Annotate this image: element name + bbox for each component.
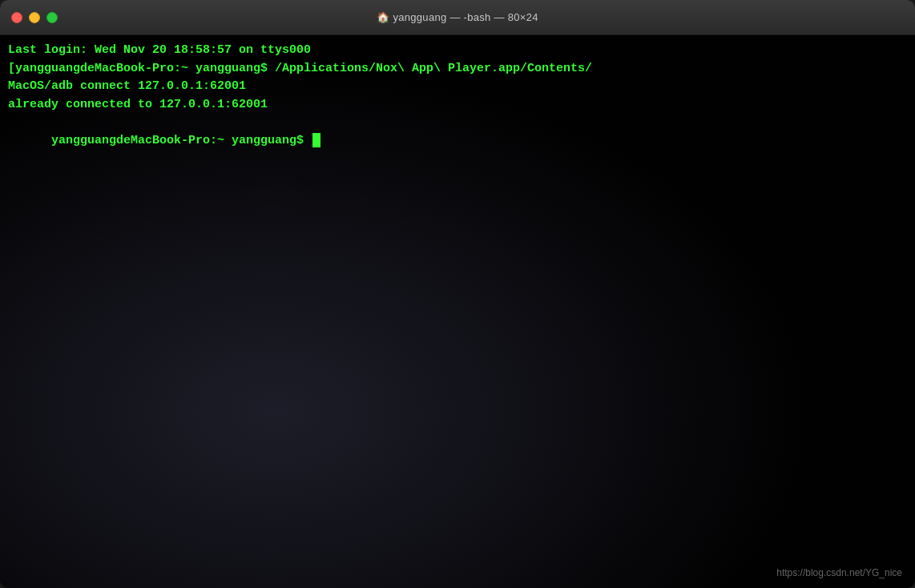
close-button[interactable] [11,12,22,23]
title-bar: 🏠 yangguang — -bash — 80×24 [0,0,915,35]
maximize-button[interactable] [46,12,58,23]
window-title: 🏠 yangguang — -bash — 80×24 [377,11,538,23]
terminal-body[interactable]: Last login: Wed Nov 20 18:58:57 on ttys0… [0,35,915,588]
watermark: https://blog.csdn.net/YG_nice [776,567,902,578]
traffic-lights [11,12,58,23]
terminal-line-3: MacOS/adb connect 127.0.0.1:62001 [8,78,907,96]
terminal-cursor [312,133,320,147]
terminal-line-4: already connected to 127.0.0.1:62001 [8,96,907,115]
terminal-line-1: Last login: Wed Nov 20 18:58:57 on ttys0… [8,42,907,60]
terminal-window: 🏠 yangguang — -bash — 80×24 Last login: … [0,0,915,588]
terminal-line-2: [yangguangdeMacBook-Pro:~ yangguang$ /Ap… [8,60,907,79]
minimize-button[interactable] [29,12,40,23]
terminal-line-5: yangguangdeMacBook-Pro:~ yangguang$ [8,114,907,168]
